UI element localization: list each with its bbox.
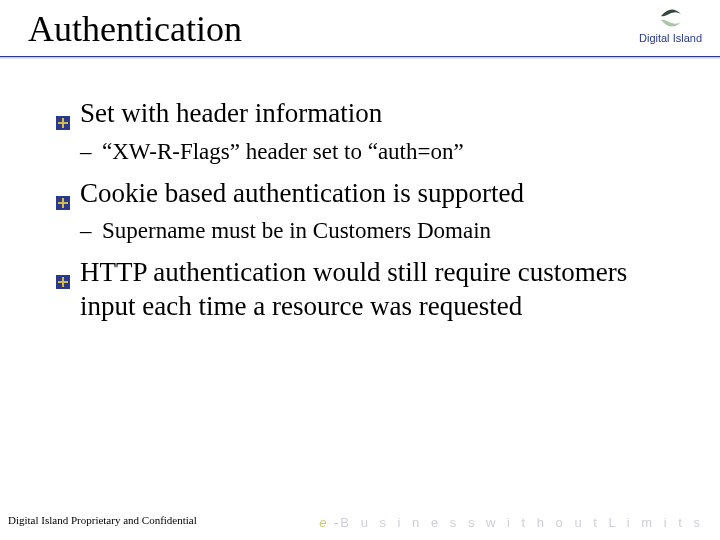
bullet-text: Cookie based authentication is supported [80, 178, 524, 208]
bullet-text: Set with header information [80, 98, 382, 128]
slide-body: Set with header information “XW-R-Flags”… [0, 59, 720, 324]
plus-bullet-icon [56, 185, 70, 199]
logo-word-2: Island [673, 32, 702, 44]
plus-bullet-icon [56, 264, 70, 278]
bullet-2: Cookie based authentication is supported [56, 177, 680, 211]
bullet-1: Set with header information [56, 97, 680, 131]
svg-rect-8 [58, 281, 68, 283]
swirl-icon [657, 6, 685, 30]
slide-title: Authentication [28, 8, 700, 50]
sub-bullet-1-1: “XW-R-Flags” header set to “auth=on” [80, 137, 680, 167]
svg-rect-5 [58, 202, 68, 204]
company-logo: Digital Island [639, 6, 702, 44]
svg-rect-2 [58, 122, 68, 124]
confidential-footer: Digital Island Proprietary and Confident… [8, 514, 197, 526]
tagline-em: e - [319, 515, 340, 530]
plus-bullet-icon [56, 105, 70, 119]
header-rule [0, 56, 720, 59]
tagline-rest: B u s i n e s s w i t h o u t L i m i t … [340, 515, 704, 530]
bullet-3: HTTP authentication would still require … [56, 256, 680, 324]
logo-text: Digital Island [639, 32, 702, 44]
slide-header: Authentication Digital Island [0, 0, 720, 59]
sub-bullet-2-1: Supername must be in Customers Domain [80, 216, 680, 246]
tagline-footer: e -B u s i n e s s w i t h o u t L i m i… [319, 515, 704, 530]
bullet-text: HTTP authentication would still require … [80, 257, 627, 321]
logo-word-1: Digital [639, 32, 670, 44]
